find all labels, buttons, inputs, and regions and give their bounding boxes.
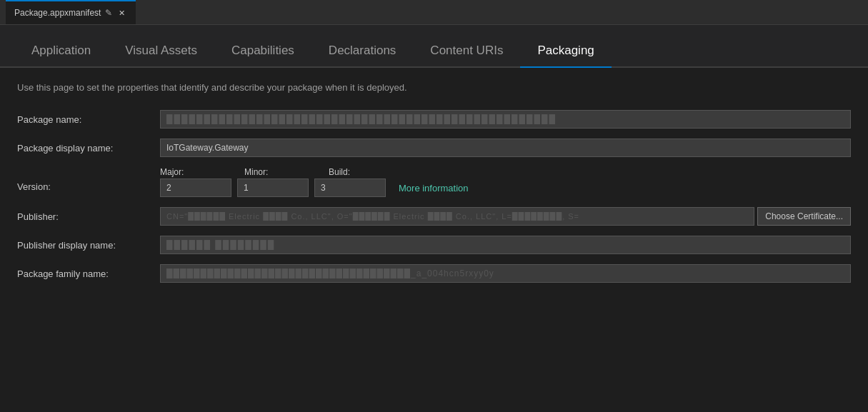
choose-certificate-button[interactable]: Choose Certificate... bbox=[757, 207, 851, 226]
file-tab-label: Package.appxmanifest bbox=[14, 8, 101, 18]
publisher-row: Publisher: Choose Certificate... bbox=[17, 207, 851, 226]
publisher-input[interactable] bbox=[160, 207, 754, 226]
publisher-label: Publisher: bbox=[17, 211, 160, 222]
tab-capabilities[interactable]: Capabilities bbox=[214, 36, 311, 68]
version-major-input[interactable] bbox=[160, 179, 231, 197]
publisher-display-name-label: Publisher display name: bbox=[17, 240, 160, 251]
version-row: Version: Major: Minor: Build: More infor… bbox=[17, 167, 851, 197]
version-minor-input[interactable] bbox=[237, 179, 309, 197]
version-label: Version: bbox=[17, 167, 160, 192]
main-content: Use this page to set the properties that… bbox=[0, 68, 868, 307]
major-label: Major: bbox=[160, 167, 239, 177]
build-label: Build: bbox=[329, 167, 407, 177]
version-section: Major: Minor: Build: More information bbox=[160, 167, 469, 197]
package-family-name-input[interactable] bbox=[160, 264, 851, 283]
minor-label: Minor: bbox=[244, 167, 323, 177]
tab-visual-assets[interactable]: Visual Assets bbox=[108, 36, 214, 68]
package-name-input[interactable] bbox=[160, 110, 851, 129]
package-display-name-input[interactable] bbox=[160, 139, 851, 157]
package-display-name-label: Package display name: bbox=[17, 143, 160, 154]
publisher-display-name-input[interactable] bbox=[160, 236, 851, 254]
package-name-row: Package name: bbox=[17, 110, 851, 129]
package-family-name-label: Package family name: bbox=[17, 268, 160, 279]
more-info-link[interactable]: More information bbox=[399, 183, 469, 194]
package-display-name-row: Package display name: bbox=[17, 139, 851, 157]
file-tab[interactable]: Package.appxmanifest ✎ ✕ bbox=[6, 0, 136, 24]
version-labels: Major: Minor: Build: bbox=[160, 167, 469, 177]
tab-packaging[interactable]: Packaging bbox=[520, 36, 611, 68]
save-icon[interactable]: ✎ bbox=[105, 8, 112, 18]
publisher-display-name-row: Publisher display name: bbox=[17, 236, 851, 254]
tab-content-uris[interactable]: Content URIs bbox=[413, 36, 520, 68]
package-name-label: Package name: bbox=[17, 114, 160, 125]
tab-declarations[interactable]: Declarations bbox=[311, 36, 414, 68]
tab-application[interactable]: Application bbox=[14, 36, 108, 68]
package-family-name-row: Package family name: bbox=[17, 264, 851, 283]
tab-bar: Application Visual Assets Capabilities D… bbox=[0, 25, 868, 68]
title-bar: Package.appxmanifest ✎ ✕ bbox=[0, 0, 868, 25]
version-build-input[interactable] bbox=[314, 179, 386, 197]
version-inputs: More information bbox=[160, 179, 469, 197]
page-description: Use this page to set the properties that… bbox=[17, 82, 851, 93]
close-icon[interactable]: ✕ bbox=[116, 8, 127, 19]
